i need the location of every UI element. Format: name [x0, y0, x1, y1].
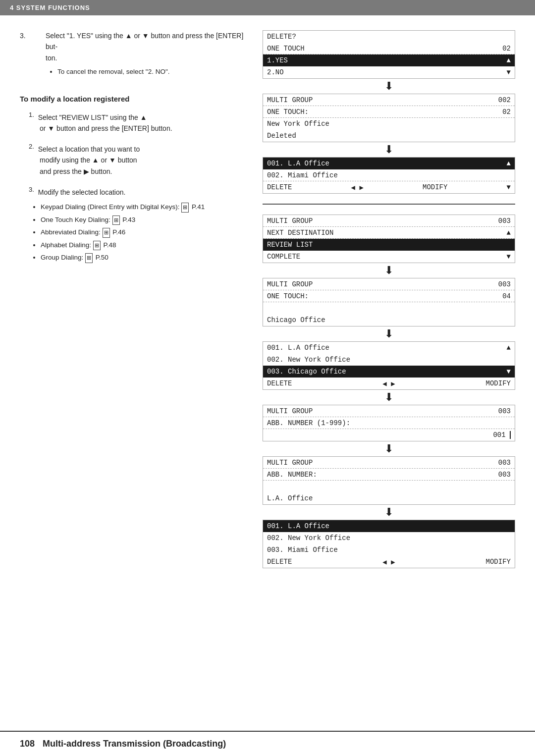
down-arrow3-icon: ▼: [109, 156, 116, 164]
step-3-text1: Select "1. YES" using the: [46, 32, 125, 40]
newyork2-label: 002. New York Office: [267, 356, 350, 364]
section-title: To modify a location registered: [20, 93, 248, 105]
lcd-delete-modify2-row: DELETE ◀ ▶ MODIFY: [263, 378, 515, 389]
down-arrow-icon: ▼: [142, 32, 149, 40]
step-3-block: 3. Select "1. YES" using the ▲ or ▼ butt…: [20, 30, 248, 79]
sub-step-2-text5: and press the: [40, 167, 84, 175]
bullet-1: Keypad Dialing (Direct Entry with Digita…: [41, 202, 248, 213]
step-3-bullet: To cancel the removal, select "2. NO".: [57, 66, 248, 77]
arrow-6: ⬇: [263, 443, 515, 454]
onetouch-label: ONE TOUCH: [267, 45, 305, 53]
sub-step-2-text6: button.: [89, 167, 112, 175]
up-arrow2-icon: ▲: [140, 113, 147, 121]
delete-btn-label[interactable]: DELETE: [267, 183, 292, 191]
abbnumber-label: ABB. NUMBER (1-999):: [267, 419, 350, 427]
no-label: 2.NO: [267, 68, 284, 76]
multigroup-label: MULTI GROUP: [267, 96, 313, 104]
step-3-text2: or: [134, 32, 142, 40]
lcd-la2-row: 001. L.A Office ▲: [263, 342, 515, 354]
mg003d-value: 003: [498, 459, 511, 467]
lcd-no-row: 2.NO ▼: [263, 66, 515, 78]
down-arrow6-btn: ▼: [507, 253, 511, 261]
chicago-label: Chicago Office: [267, 316, 325, 324]
la2-label: 001. L.A Office: [267, 344, 329, 352]
down-arrow-btn: ▼: [507, 68, 511, 76]
sub-step-2-num: 2.: [29, 143, 34, 150]
newyork-label: New York Office: [267, 120, 329, 128]
book-icon-3: ⊞: [103, 228, 110, 238]
lcd-newyork3-row: 002. New York Office: [263, 532, 515, 544]
modify3-btn-label[interactable]: MODIFY: [486, 558, 511, 566]
header-bar: 4 SYSTEM FUNCTIONS: [0, 0, 535, 15]
screen-chicago-list: 001. L.A Office ▲ 002. New York Office 0…: [263, 341, 515, 390]
miami-label: 002. Miami Office: [267, 171, 338, 179]
nav-arrows3: ◀ ▶: [382, 558, 395, 566]
onetouch2-value: 02: [502, 108, 511, 116]
book-icon-4: ⊞: [93, 241, 101, 251]
up-arrow3-icon: ▲: [92, 156, 99, 164]
lcd-mg003b-row: MULTI GROUP 003: [263, 278, 515, 290]
spacer2-label: [267, 483, 271, 490]
sub-step-2-text1: Select a location that you want to: [38, 145, 140, 153]
mg003c-value: 003: [498, 407, 511, 415]
step-3-content: Select "1. YES" using the ▲ or ▼ button …: [46, 30, 248, 79]
page-number: 108: [20, 739, 35, 749]
screen-review-list: MULTI GROUP 003 NEXT DESTINATION ▲ REVIE…: [263, 215, 515, 263]
screen-abb-number: MULTI GROUP 003 ABB. NUMBER (1-999): 001: [263, 405, 515, 441]
section-divider: [263, 204, 515, 205]
abbnumber2-value: 003: [498, 471, 511, 479]
lcd-deleted-row: Deleted: [263, 130, 515, 142]
lcd-abbnumber-row: ABB. NUMBER (1-999):: [263, 417, 515, 429]
screen-deleted: MULTI GROUP 002 ONE TOUCH: 02 New York O…: [263, 94, 515, 142]
screen-final-list: 001. L.A Office 002. New York Office 003…: [263, 520, 515, 568]
lcd-delete-modify-row: DELETE ◀ ▶ MODIFY ▼: [263, 181, 515, 193]
deleted-label: Deleted: [267, 132, 296, 140]
lcd-onetouch3-row: ONE TOUCH: 04: [263, 290, 515, 302]
sub-step-1-text3: button and press the [ENTER] button.: [54, 124, 172, 132]
sub-step-3-num: 3.: [29, 186, 34, 193]
lcd-delete-modify3-row: DELETE ◀ ▶ MODIFY: [263, 556, 515, 568]
arrow-3: ⬇: [263, 265, 515, 276]
delete2-btn-label[interactable]: DELETE: [267, 379, 292, 387]
up-arrow7-btn: ▲: [507, 344, 511, 352]
nav-arrows: ◀ ▶: [351, 183, 364, 192]
lcd-newyork-row: New York Office: [263, 118, 515, 130]
sub-step-2-text3: or: [99, 156, 109, 164]
lcd-delete-row: DELETE?: [263, 31, 515, 43]
right-column: DELETE? ONE TOUCH 02 1.YES ▲ 2.NO ▼ ⬇ MU…: [263, 30, 515, 568]
lcd-spacer-row: [263, 302, 515, 314]
abb-value: 001: [493, 431, 505, 439]
laoffice-label: L.A. Office: [267, 494, 313, 502]
lcd-spacer2-row: [263, 481, 515, 492]
sub-step-1-text2: or: [40, 124, 48, 132]
spacer-label: [267, 304, 271, 312]
arrow-1: ⬇: [263, 81, 515, 92]
lcd-reviewlist-row: REVIEW LIST: [263, 239, 515, 251]
abbnumber2-label: ABB. NUMBER:: [267, 471, 317, 479]
lcd-chicago-row: Chicago Office: [263, 314, 515, 326]
yes-label: 1.YES: [267, 56, 288, 64]
lcd-la3-row: 001. L.A Office: [263, 520, 515, 532]
arrow-5: ⬇: [263, 392, 515, 403]
book-icon-5: ⊞: [85, 253, 93, 263]
lcd-miami-row: 002. Miami Office: [263, 169, 515, 181]
lcd-mg003-row: MULTI GROUP 003: [263, 215, 515, 227]
step-3-header: 3. Select "1. YES" using the ▲ or ▼ butt…: [20, 30, 248, 79]
sub-step-2: 2. Select a location that you want to mo…: [29, 142, 248, 177]
la3-label: 001. L.A Office: [267, 522, 329, 530]
lcd-onetouch-row: ONE TOUCH 02: [263, 43, 515, 54]
chicago2-label: 003. Chicago Office: [267, 368, 346, 376]
down-arrow4-btn: ▼: [507, 183, 511, 191]
sub-step-1-num: 1.: [29, 111, 34, 118]
down-arrow8-btn: ▼: [507, 368, 511, 376]
la-label: 001. L.A Office: [267, 160, 329, 167]
modify2-btn-label[interactable]: MODIFY: [486, 379, 511, 387]
modify-btn-label[interactable]: MODIFY: [423, 183, 447, 191]
book-icon-1: ⊞: [181, 203, 189, 213]
delete3-btn-label[interactable]: DELETE: [267, 558, 292, 566]
left-column: 3. Select "1. YES" using the ▲ or ▼ butt…: [20, 30, 248, 568]
bullet-5: Group Dialing: ⊞ P.50: [41, 252, 248, 263]
lcd-001cursor-row: 001: [263, 429, 515, 441]
arrow-4: ⬇: [263, 328, 515, 339]
cursor-icon: [506, 431, 511, 439]
